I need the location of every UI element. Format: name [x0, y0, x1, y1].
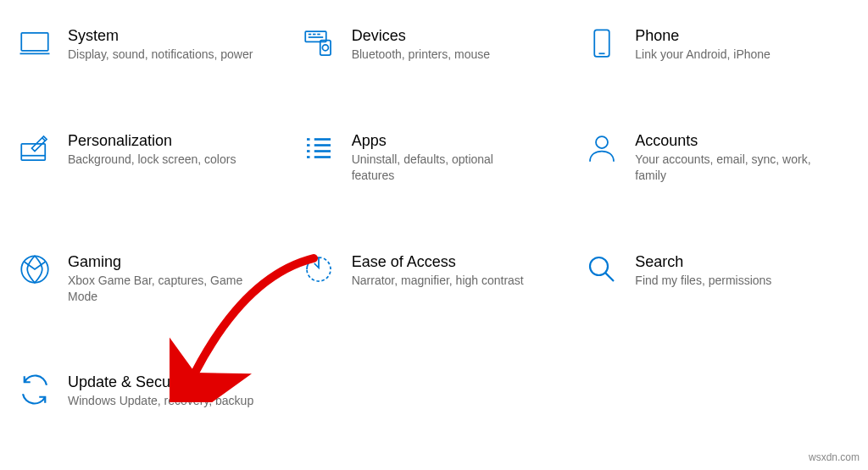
devices-icon — [301, 25, 337, 61]
svg-point-22 — [596, 136, 608, 148]
item-title: Accounts — [635, 132, 821, 150]
settings-item-system[interactable]: System Display, sound, notifications, po… — [17, 25, 284, 63]
item-title: Ease of Access — [352, 253, 524, 271]
item-desc: Find my files, permissions — [635, 273, 771, 289]
update-security-icon — [17, 372, 53, 407]
settings-item-personalization[interactable]: Personalization Background, lock screen,… — [17, 130, 284, 184]
personalization-icon — [17, 130, 53, 166]
item-desc: Xbox Game Bar, captures, Game Mode — [68, 273, 254, 305]
item-desc: Your accounts, email, sync, work, family — [635, 152, 821, 184]
accounts-icon — [584, 130, 620, 166]
settings-item-apps[interactable]: Apps Uninstall, defaults, optional featu… — [301, 130, 568, 184]
item-title: Update & Security — [68, 373, 253, 391]
item-title: Phone — [635, 27, 771, 45]
item-desc: Narrator, magnifier, high contrast — [352, 273, 524, 289]
item-desc: Link your Android, iPhone — [635, 47, 771, 63]
search-icon — [584, 252, 620, 287]
settings-item-accounts[interactable]: Accounts Your accounts, email, sync, wor… — [584, 130, 851, 184]
svg-rect-9 — [595, 30, 610, 57]
item-title: Devices — [352, 27, 490, 45]
settings-grid: System Display, sound, notifications, po… — [17, 25, 851, 409]
item-desc: Uninstall, defaults, optional features — [352, 152, 538, 184]
item-desc: Display, sound, notifications, power — [68, 47, 253, 63]
settings-item-phone[interactable]: Phone Link your Android, iPhone — [584, 25, 851, 63]
apps-icon — [301, 130, 337, 166]
item-desc: Windows Update, recovery, backup — [68, 393, 253, 409]
svg-point-8 — [322, 45, 328, 51]
ease-of-access-icon — [301, 252, 337, 287]
settings-item-gaming[interactable]: Gaming Xbox Game Bar, captures, Game Mod… — [17, 252, 284, 305]
phone-icon — [584, 25, 620, 61]
gaming-icon — [17, 252, 53, 287]
settings-item-ease-of-access[interactable]: Ease of Access Narrator, magnifier, high… — [301, 252, 568, 305]
svg-line-25 — [606, 273, 615, 281]
item-title: System — [68, 27, 253, 45]
item-desc: Background, lock screen, colors — [68, 152, 236, 168]
item-title: Apps — [352, 132, 538, 150]
svg-rect-0 — [21, 33, 48, 51]
item-desc: Bluetooth, printers, mouse — [352, 47, 490, 63]
item-title: Search — [635, 253, 771, 271]
settings-item-update-security[interactable]: Update & Security Windows Update, recove… — [17, 372, 284, 409]
system-icon — [17, 25, 53, 61]
settings-item-devices[interactable]: Devices Bluetooth, printers, mouse — [301, 25, 568, 63]
svg-point-24 — [590, 257, 608, 275]
item-title: Personalization — [68, 132, 236, 150]
settings-item-search[interactable]: Search Find my files, permissions — [584, 252, 851, 305]
watermark: wsxdn.com — [809, 451, 860, 463]
item-title: Gaming — [68, 253, 254, 271]
